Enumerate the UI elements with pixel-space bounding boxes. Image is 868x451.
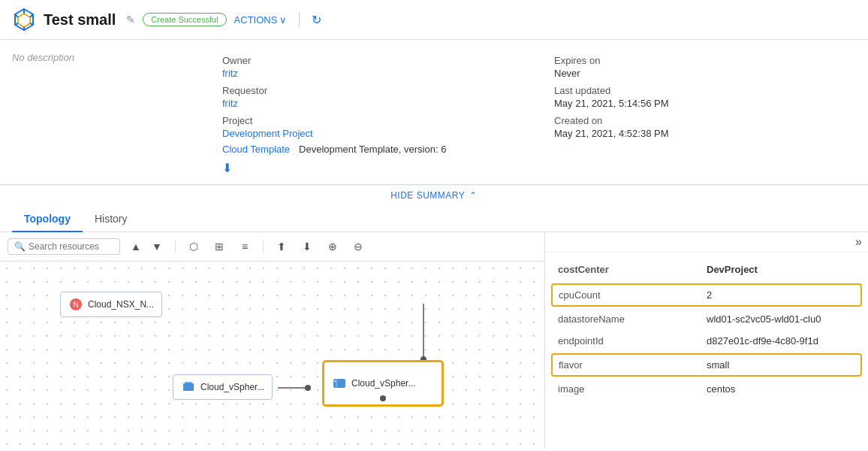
arrow-buttons: ▲ ▼ xyxy=(126,237,167,256)
svg-marker-1 xyxy=(18,14,30,27)
nsx-node[interactable]: N Cloud_NSX_N... xyxy=(60,292,162,317)
tabs-bar: Topology History xyxy=(0,205,868,232)
prop-val-endpointid: d827e01c-df9e-4c80-9f1d xyxy=(707,335,855,347)
app-header: Test small ✎ Create Successful ACTIONS ∨… xyxy=(0,0,868,40)
created-value: May 21, 2021, 4:52:38 PM xyxy=(554,128,856,139)
connection-lines xyxy=(0,262,544,449)
separator xyxy=(175,240,176,253)
right-panel: » costCenter DevProject cpuCount 2 datas… xyxy=(545,232,868,449)
separator2 xyxy=(263,240,264,253)
last-updated-value: May 21, 2021, 5:14:56 PM xyxy=(554,98,856,109)
edit-icon[interactable]: ✎ xyxy=(126,14,135,26)
prop-col2-header: DevProject xyxy=(707,264,855,275)
owner-value[interactable]: fritz xyxy=(222,68,524,79)
zoom-in-icon[interactable]: ⊕ xyxy=(323,237,342,256)
divider xyxy=(299,12,300,27)
list-icon[interactable]: ≡ xyxy=(235,237,255,256)
no-description: No description xyxy=(12,49,222,175)
vsphere2-node[interactable]: Cloud_vSpher... xyxy=(323,361,443,406)
prop-col1-header: costCenter xyxy=(558,264,707,275)
right-panel-header: » xyxy=(545,232,868,253)
vsphere1-node-icon xyxy=(181,380,196,395)
svg-rect-15 xyxy=(185,382,192,384)
cloud-template-value: Development Template, version: 6 xyxy=(299,144,446,155)
svg-rect-14 xyxy=(183,383,194,391)
arrow-down-button[interactable]: ▼ xyxy=(147,237,167,256)
expires-label: Expires on xyxy=(554,55,856,66)
tab-history[interactable]: History xyxy=(83,205,140,232)
prop-row-endpointid: endpointId d827e01c-df9e-4c80-9f1d xyxy=(545,330,868,352)
requestor-value[interactable]: fritz xyxy=(222,98,524,109)
vsphere1-node-label: Cloud_vSpher... xyxy=(200,382,264,392)
nsx-node-label: Cloud_NSX_N... xyxy=(88,299,154,310)
created-label: Created on xyxy=(554,115,856,126)
topology-canvas: N Cloud_NSX_N... Cloud_vSpher... xyxy=(0,262,544,449)
status-badge: Create Successful xyxy=(143,13,226,26)
hide-summary-button[interactable]: HIDE SUMMARY ⌃ xyxy=(0,185,868,205)
prop-key-cpucount: cpuCount xyxy=(559,289,707,301)
prop-header-row: costCenter DevProject xyxy=(545,259,868,282)
search-box[interactable]: 🔍 xyxy=(8,238,120,255)
svg-point-13 xyxy=(305,385,311,391)
refresh-icon[interactable]: ↻ xyxy=(312,13,321,27)
prop-val-datastorename: wld01-sc2vc05-wld01-clu0 xyxy=(707,313,855,325)
topology-toolbar: 🔍 ▲ ▼ ⬡ ⊞ ≡ ⬆ ⬇ ⊕ ⊖ xyxy=(0,232,544,262)
tab-topology[interactable]: Topology xyxy=(12,205,83,232)
vsphere2-connector xyxy=(380,395,386,401)
project-label: Project xyxy=(222,115,524,126)
topology-panel: 🔍 ▲ ▼ ⬡ ⊞ ≡ ⬆ ⬇ ⊕ ⊖ N Cloud_NSX xyxy=(0,232,545,449)
cloud-template-label: Cloud Template xyxy=(222,144,290,155)
svg-rect-16 xyxy=(333,379,345,388)
prop-row-flavor: flavor small xyxy=(551,353,862,377)
main-content: 🔍 ▲ ▼ ⬡ ⊞ ≡ ⬆ ⬇ ⊕ ⊖ N Cloud_NSX xyxy=(0,232,868,449)
hub-icon[interactable]: ⬡ xyxy=(184,237,203,256)
prop-key-datastorename: datastoreName xyxy=(558,313,707,325)
vsphere2-node-label: Cloud_vSpher... xyxy=(351,378,415,389)
owner-label: Owner xyxy=(222,55,524,66)
expires-value: Never xyxy=(554,68,856,79)
vsphere1-node[interactable]: Cloud_vSpher... xyxy=(173,374,273,400)
prop-row-image: image centos xyxy=(545,378,868,400)
prop-row-cpucount: cpuCount 2 xyxy=(551,283,862,307)
prop-key-image: image xyxy=(558,383,707,395)
meta-right: Expires on Never Last updated May 21, 20… xyxy=(539,49,856,175)
properties-table: costCenter DevProject cpuCount 2 datasto… xyxy=(545,253,868,449)
prop-key-flavor: flavor xyxy=(559,359,707,371)
arrow-up-button[interactable]: ▲ xyxy=(126,237,146,256)
vsphere2-node-icon xyxy=(332,376,347,391)
svg-rect-18 xyxy=(334,380,336,382)
fit-down-icon[interactable]: ⬇ xyxy=(297,237,317,256)
search-input[interactable] xyxy=(29,241,111,252)
grid-icon[interactable]: ⊞ xyxy=(209,237,229,256)
search-icon: 🔍 xyxy=(14,241,26,252)
prop-val-image: centos xyxy=(707,383,855,395)
prop-val-cpucount: 2 xyxy=(707,289,854,301)
prop-key-endpointid: endpointId xyxy=(558,335,707,347)
requestor-label: Requestor xyxy=(222,85,524,96)
actions-button[interactable]: ACTIONS ∨ xyxy=(234,14,288,26)
summary-section: No description Owner fritz Requestor fri… xyxy=(0,40,868,185)
fit-up-icon[interactable]: ⬆ xyxy=(272,237,291,256)
app-logo xyxy=(12,8,36,32)
zoom-out-icon[interactable]: ⊖ xyxy=(348,237,368,256)
meta-left: Owner fritz Requestor fritz Project Deve… xyxy=(222,49,539,175)
download-icon[interactable]: ⬇ xyxy=(222,161,524,175)
nsx-node-icon: N xyxy=(68,297,83,312)
expand-icon[interactable]: » xyxy=(855,235,862,249)
prop-val-flavor: small xyxy=(707,359,854,371)
project-value[interactable]: Development Project xyxy=(222,128,524,139)
summary-meta: Owner fritz Requestor fritz Project Deve… xyxy=(222,49,856,175)
page-title: Test small xyxy=(44,11,116,29)
svg-text:N: N xyxy=(73,301,78,309)
prop-row-datastoraname: datastoreName wld01-sc2vc05-wld01-clu0 xyxy=(545,308,868,330)
last-updated-label: Last updated xyxy=(554,85,856,96)
